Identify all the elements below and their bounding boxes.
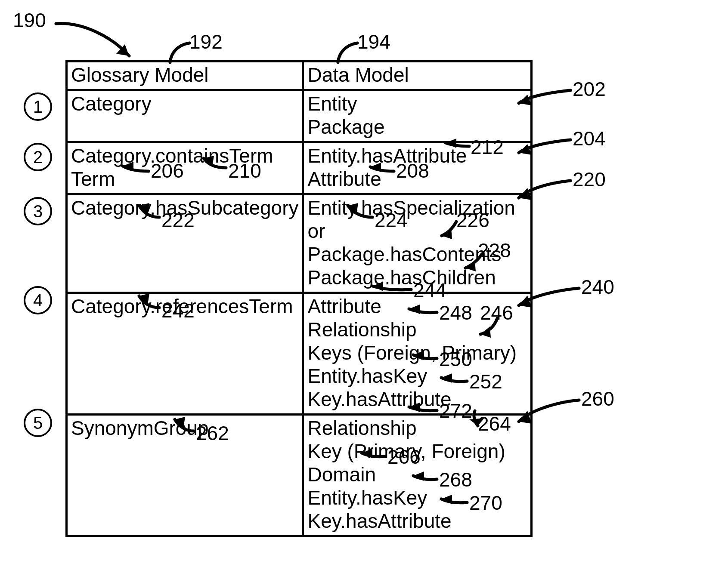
header-data: Data Model <box>303 62 532 90</box>
ref-252: 252 <box>469 370 502 393</box>
ref-244: 244 <box>413 279 446 302</box>
ref-272: 272 <box>439 399 472 422</box>
ref-260: 260 <box>581 387 614 410</box>
ref-250: 250 <box>439 348 472 371</box>
r1-right-package: Package <box>307 115 527 139</box>
ref-204: 204 <box>573 127 606 150</box>
ref-220: 220 <box>573 168 606 191</box>
ref-246: 246 <box>480 301 513 324</box>
r2-left-l1: Category.containsTerm <box>71 144 298 167</box>
ref-264: 264 <box>478 412 511 435</box>
ref-228: 228 <box>478 239 511 262</box>
arrow-190 <box>52 19 138 62</box>
ref-248: 248 <box>439 301 472 324</box>
r2-left-l2: Term <box>71 167 298 191</box>
svg-marker-0 <box>116 44 129 56</box>
ref-224: 224 <box>375 209 408 232</box>
row-1: Category Entity Package <box>67 90 532 142</box>
ref-270: 270 <box>469 491 502 514</box>
figure-ref-190: 190 <box>13 9 46 32</box>
ref-194: 194 <box>357 30 390 53</box>
r1-right-entity: Entity <box>307 92 527 115</box>
ref-206: 206 <box>151 159 184 182</box>
row-num-4: 4 <box>24 286 52 314</box>
ref-210: 210 <box>228 159 261 182</box>
header-glossary: Glossary Model <box>67 62 303 90</box>
diagram-stage: 190 192 194 Glossary Model Data Model Ca… <box>0 0 728 576</box>
r1-left: Category <box>71 92 298 115</box>
ref-262: 262 <box>196 422 229 445</box>
r3-right-l1: Entity.hasSpecialization <box>307 196 527 219</box>
ref-202: 202 <box>573 77 606 101</box>
ref-222: 222 <box>161 209 195 232</box>
ref-212: 212 <box>471 136 504 159</box>
ref-242: 242 <box>161 299 195 322</box>
row-num-5: 5 <box>24 409 52 437</box>
ref-268: 268 <box>439 468 472 491</box>
r5-left-l1: SynonymGroup <box>71 416 298 440</box>
r4-right-l3: Keys (Foreign, Primary) <box>307 341 527 364</box>
row-2: Category.containsTerm Term Entity.hasAtt… <box>67 142 532 194</box>
ref-192: 192 <box>189 30 223 53</box>
ref-208: 208 <box>396 159 429 182</box>
ref-226: 226 <box>456 209 489 232</box>
row-num-2: 2 <box>24 143 52 171</box>
ref-240: 240 <box>581 275 614 299</box>
header-row: Glossary Model Data Model <box>67 62 532 90</box>
row-num-1: 1 <box>24 92 52 121</box>
ref-266: 266 <box>387 445 421 468</box>
row-num-3: 3 <box>24 197 52 225</box>
mapping-table: Glossary Model Data Model Category Entit… <box>65 60 533 537</box>
